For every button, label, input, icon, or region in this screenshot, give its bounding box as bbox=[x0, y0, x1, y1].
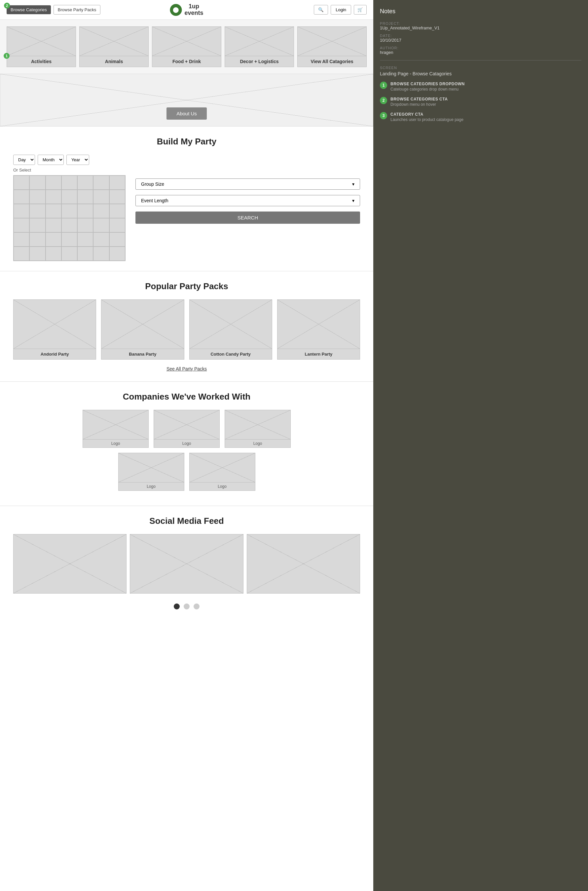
logo-icon: ⬤ bbox=[170, 4, 182, 16]
social-media-title: Social Media Feed bbox=[13, 516, 360, 526]
logo-box-5[interactable]: Logo bbox=[189, 453, 255, 491]
chevron-down-icon: ▾ bbox=[352, 182, 354, 187]
category-card-activities[interactable]: 1 Activities bbox=[7, 26, 76, 67]
hero-section: About Us bbox=[0, 74, 373, 126]
note-item-3: 3 Category CTA Launches user to product … bbox=[380, 112, 581, 122]
party-card-image-android bbox=[13, 299, 96, 349]
party-card-android[interactable]: Andorid Party bbox=[13, 299, 96, 359]
build-my-party-section: Build My Party Day Month Year Or Select bbox=[0, 126, 373, 271]
build-body: Group Size ▾ Event Length ▾ SEARCH bbox=[13, 175, 360, 261]
search-icon: 🔍 bbox=[318, 7, 324, 12]
logo-image-4 bbox=[118, 453, 184, 482]
category-label-decor: Decor + Logistics bbox=[225, 56, 294, 67]
date-row: Day Month Year bbox=[13, 155, 360, 165]
calendar-placeholder[interactable] bbox=[13, 175, 126, 261]
popular-party-packs-section: Popular Party Packs Andorid Party Banana… bbox=[0, 271, 373, 382]
logo-area: ⬤ 1up events bbox=[170, 3, 203, 17]
companies-title: Companies We've Worked With bbox=[13, 392, 360, 402]
notes-author-field: AUTHOR: hragen bbox=[380, 46, 581, 55]
companies-section: Companies We've Worked With Logo Logo Lo… bbox=[0, 382, 373, 506]
notes-date-field: DATE: 10/10/2017 bbox=[380, 34, 581, 43]
category-card-view-all[interactable]: View All Catagories bbox=[297, 26, 367, 67]
party-card-banana[interactable]: Banana Party bbox=[101, 299, 184, 359]
header-right: 🔍 Login 🛒 bbox=[314, 5, 367, 15]
category-badge-activities: 1 bbox=[4, 53, 10, 59]
social-feed-item-3 bbox=[247, 534, 360, 593]
header-left: 2 Browse Categories Browse Party Packs bbox=[7, 5, 100, 15]
logo-image-5 bbox=[189, 453, 255, 482]
build-controls: Group Size ▾ Event Length ▾ SEARCH bbox=[135, 175, 360, 224]
category-image-decor bbox=[225, 26, 294, 56]
cart-button[interactable]: 🛒 bbox=[354, 5, 367, 15]
category-image-animals bbox=[79, 26, 148, 56]
logo-box-2[interactable]: Logo bbox=[154, 410, 220, 448]
category-card-decor[interactable]: Decor + Logistics bbox=[225, 26, 294, 67]
party-card-image-cotton-candy bbox=[189, 299, 272, 349]
search-button[interactable]: 🔍 bbox=[314, 5, 328, 15]
logo-box-3[interactable]: Logo bbox=[225, 410, 291, 448]
category-image-food-drink bbox=[152, 26, 221, 56]
note-content-1: Browse Categories Dropdown Catelouge cat… bbox=[390, 82, 465, 92]
logo-image-2 bbox=[154, 410, 220, 440]
logo-label-5: Logo bbox=[189, 482, 255, 491]
note-item-2: 2 Browse Categories CTA Dropdown menu on… bbox=[380, 97, 581, 107]
party-card-label-lantern: Lantern Party bbox=[277, 349, 360, 359]
login-button[interactable]: Login bbox=[331, 5, 351, 15]
browse-categories-badge: 2 bbox=[4, 3, 10, 9]
day-select[interactable]: Day bbox=[13, 155, 35, 165]
carousel-dot-2[interactable] bbox=[184, 604, 190, 609]
category-card-animals[interactable]: Animals bbox=[79, 26, 148, 67]
category-label-animals: Animals bbox=[79, 56, 148, 67]
note-badge-1: 1 bbox=[380, 82, 387, 89]
party-card-lantern[interactable]: Lantern Party bbox=[277, 299, 360, 359]
event-length-dropdown[interactable]: Event Length ▾ bbox=[135, 195, 360, 206]
logo-box-4[interactable]: Logo bbox=[118, 453, 184, 491]
category-section: 1 Activities Animals Food + Drink Decor … bbox=[0, 20, 373, 74]
logos-row-1: Logo Logo Logo bbox=[13, 410, 360, 448]
carousel-dot-1[interactable] bbox=[174, 604, 180, 609]
party-card-image-lantern bbox=[277, 299, 360, 349]
party-card-label-cotton-candy: Cotton Candy Party bbox=[189, 349, 272, 359]
category-image-activities bbox=[7, 26, 76, 56]
notes-project-field: PROJECT: 1Up_Annotated_Wireframe_V1 bbox=[380, 21, 581, 30]
category-label-food-drink: Food + Drink bbox=[152, 56, 221, 67]
social-feed-item-1 bbox=[13, 534, 126, 593]
carousel-dot-3[interactable] bbox=[194, 604, 200, 609]
category-label-activities: 1 Activities bbox=[7, 56, 76, 67]
party-packs-title: Popular Party Packs bbox=[13, 281, 360, 291]
note-content-3: Category CTA Launches user to product ca… bbox=[390, 112, 464, 122]
logo-label-1: Logo bbox=[82, 440, 148, 448]
cart-icon: 🛒 bbox=[357, 7, 363, 12]
about-us-button[interactable]: About Us bbox=[166, 107, 207, 120]
note-item-1: 1 Browse Categories Dropdown Catelouge c… bbox=[380, 82, 581, 92]
build-my-party-title: Build My Party bbox=[13, 137, 360, 147]
month-select[interactable]: Month bbox=[38, 155, 64, 165]
social-feed-row bbox=[13, 534, 360, 593]
party-card-image-banana bbox=[101, 299, 184, 349]
note-badge-2: 2 bbox=[380, 97, 387, 104]
notes-sidebar: Notes PROJECT: 1Up_Annotated_Wireframe_V… bbox=[373, 0, 588, 891]
logo-label-3: Logo bbox=[225, 440, 291, 448]
category-image-view-all bbox=[297, 26, 367, 56]
browse-categories-button[interactable]: 2 Browse Categories bbox=[7, 5, 51, 14]
see-all-party-packs-link[interactable]: See All Party Packs bbox=[13, 366, 360, 371]
logos-row-2: Logo Logo bbox=[13, 453, 360, 491]
group-size-dropdown[interactable]: Group Size ▾ bbox=[135, 179, 360, 190]
chevron-down-icon: ▾ bbox=[352, 198, 354, 203]
logo-image-1 bbox=[82, 410, 148, 440]
search-button-main[interactable]: SEARCH bbox=[135, 212, 360, 224]
note-badge-3: 3 bbox=[380, 112, 387, 119]
header: 2 Browse Categories Browse Party Packs ⬤… bbox=[0, 0, 373, 20]
party-card-label-android: Andorid Party bbox=[13, 349, 96, 359]
note-content-2: Browse Categories CTA Dropdown menu on h… bbox=[390, 97, 448, 107]
social-feed-item-2 bbox=[130, 534, 243, 593]
party-card-cotton-candy[interactable]: Cotton Candy Party bbox=[189, 299, 272, 359]
browse-party-packs-button[interactable]: Browse Party Packs bbox=[54, 5, 100, 15]
year-select[interactable]: Year bbox=[66, 155, 89, 165]
logo-image-3 bbox=[225, 410, 291, 440]
carousel-dots bbox=[13, 600, 360, 613]
logo-label-2: Logo bbox=[154, 440, 220, 448]
category-label-view-all: View All Catagories bbox=[297, 56, 367, 67]
logo-box-1[interactable]: Logo bbox=[82, 410, 148, 448]
category-card-food-drink[interactable]: Food + Drink bbox=[152, 26, 221, 67]
